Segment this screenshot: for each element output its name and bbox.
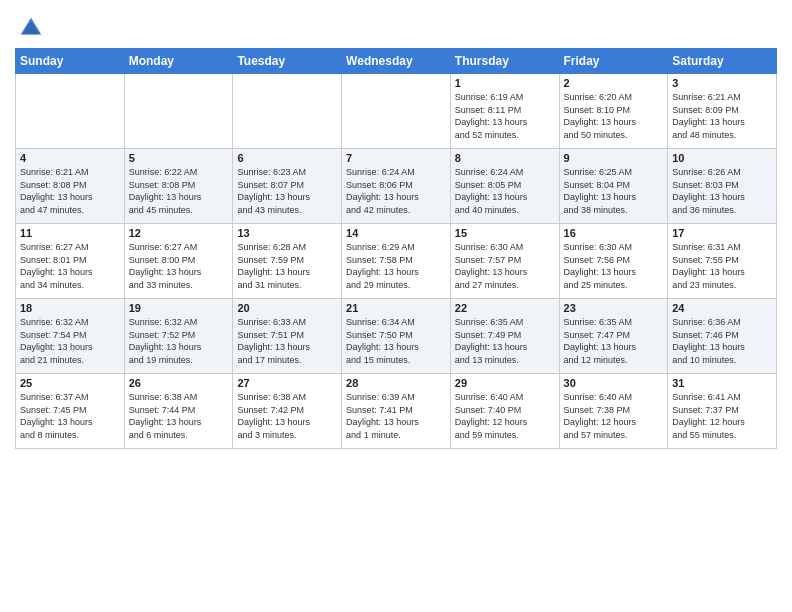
day-info: Sunrise: 6:29 AM Sunset: 7:58 PM Dayligh… xyxy=(346,241,446,291)
day-info: Sunrise: 6:40 AM Sunset: 7:38 PM Dayligh… xyxy=(564,391,664,441)
calendar-cell: 7Sunrise: 6:24 AM Sunset: 8:06 PM Daylig… xyxy=(342,149,451,224)
day-info: Sunrise: 6:38 AM Sunset: 7:44 PM Dayligh… xyxy=(129,391,229,441)
day-number: 17 xyxy=(672,227,772,239)
day-number: 19 xyxy=(129,302,229,314)
day-number: 18 xyxy=(20,302,120,314)
day-info: Sunrise: 6:39 AM Sunset: 7:41 PM Dayligh… xyxy=(346,391,446,441)
day-info: Sunrise: 6:30 AM Sunset: 7:57 PM Dayligh… xyxy=(455,241,555,291)
day-number: 2 xyxy=(564,77,664,89)
day-number: 14 xyxy=(346,227,446,239)
calendar-cell: 19Sunrise: 6:32 AM Sunset: 7:52 PM Dayli… xyxy=(124,299,233,374)
day-number: 12 xyxy=(129,227,229,239)
day-number: 8 xyxy=(455,152,555,164)
day-info: Sunrise: 6:24 AM Sunset: 8:05 PM Dayligh… xyxy=(455,166,555,216)
day-info: Sunrise: 6:27 AM Sunset: 8:00 PM Dayligh… xyxy=(129,241,229,291)
day-info: Sunrise: 6:33 AM Sunset: 7:51 PM Dayligh… xyxy=(237,316,337,366)
weekday-header-monday: Monday xyxy=(124,49,233,74)
weekday-header-friday: Friday xyxy=(559,49,668,74)
day-info: Sunrise: 6:24 AM Sunset: 8:06 PM Dayligh… xyxy=(346,166,446,216)
calendar-cell: 8Sunrise: 6:24 AM Sunset: 8:05 PM Daylig… xyxy=(450,149,559,224)
calendar-cell: 16Sunrise: 6:30 AM Sunset: 7:56 PM Dayli… xyxy=(559,224,668,299)
calendar-week-row: 11Sunrise: 6:27 AM Sunset: 8:01 PM Dayli… xyxy=(16,224,777,299)
day-info: Sunrise: 6:34 AM Sunset: 7:50 PM Dayligh… xyxy=(346,316,446,366)
calendar-cell: 2Sunrise: 6:20 AM Sunset: 8:10 PM Daylig… xyxy=(559,74,668,149)
day-info: Sunrise: 6:31 AM Sunset: 7:55 PM Dayligh… xyxy=(672,241,772,291)
day-number: 24 xyxy=(672,302,772,314)
day-number: 6 xyxy=(237,152,337,164)
day-info: Sunrise: 6:30 AM Sunset: 7:56 PM Dayligh… xyxy=(564,241,664,291)
day-info: Sunrise: 6:19 AM Sunset: 8:11 PM Dayligh… xyxy=(455,91,555,141)
logo-icon xyxy=(17,14,45,42)
day-number: 28 xyxy=(346,377,446,389)
day-number: 7 xyxy=(346,152,446,164)
day-number: 15 xyxy=(455,227,555,239)
weekday-header-saturday: Saturday xyxy=(668,49,777,74)
day-info: Sunrise: 6:37 AM Sunset: 7:45 PM Dayligh… xyxy=(20,391,120,441)
calendar-cell: 29Sunrise: 6:40 AM Sunset: 7:40 PM Dayli… xyxy=(450,374,559,449)
day-number: 10 xyxy=(672,152,772,164)
weekday-header-tuesday: Tuesday xyxy=(233,49,342,74)
calendar-cell: 26Sunrise: 6:38 AM Sunset: 7:44 PM Dayli… xyxy=(124,374,233,449)
calendar-cell: 4Sunrise: 6:21 AM Sunset: 8:08 PM Daylig… xyxy=(16,149,125,224)
calendar-week-row: 4Sunrise: 6:21 AM Sunset: 8:08 PM Daylig… xyxy=(16,149,777,224)
day-info: Sunrise: 6:25 AM Sunset: 8:04 PM Dayligh… xyxy=(564,166,664,216)
day-info: Sunrise: 6:28 AM Sunset: 7:59 PM Dayligh… xyxy=(237,241,337,291)
day-info: Sunrise: 6:38 AM Sunset: 7:42 PM Dayligh… xyxy=(237,391,337,441)
calendar-cell: 24Sunrise: 6:36 AM Sunset: 7:46 PM Dayli… xyxy=(668,299,777,374)
day-number: 29 xyxy=(455,377,555,389)
day-number: 16 xyxy=(564,227,664,239)
calendar-cell: 28Sunrise: 6:39 AM Sunset: 7:41 PM Dayli… xyxy=(342,374,451,449)
header xyxy=(15,10,777,42)
calendar-week-row: 25Sunrise: 6:37 AM Sunset: 7:45 PM Dayli… xyxy=(16,374,777,449)
day-info: Sunrise: 6:35 AM Sunset: 7:49 PM Dayligh… xyxy=(455,316,555,366)
weekday-header-sunday: Sunday xyxy=(16,49,125,74)
calendar-header-row: SundayMondayTuesdayWednesdayThursdayFrid… xyxy=(16,49,777,74)
day-info: Sunrise: 6:36 AM Sunset: 7:46 PM Dayligh… xyxy=(672,316,772,366)
calendar-cell: 11Sunrise: 6:27 AM Sunset: 8:01 PM Dayli… xyxy=(16,224,125,299)
day-info: Sunrise: 6:20 AM Sunset: 8:10 PM Dayligh… xyxy=(564,91,664,141)
day-number: 23 xyxy=(564,302,664,314)
calendar-cell: 13Sunrise: 6:28 AM Sunset: 7:59 PM Dayli… xyxy=(233,224,342,299)
calendar-cell: 27Sunrise: 6:38 AM Sunset: 7:42 PM Dayli… xyxy=(233,374,342,449)
day-info: Sunrise: 6:22 AM Sunset: 8:08 PM Dayligh… xyxy=(129,166,229,216)
day-number: 4 xyxy=(20,152,120,164)
day-info: Sunrise: 6:23 AM Sunset: 8:07 PM Dayligh… xyxy=(237,166,337,216)
calendar-week-row: 1Sunrise: 6:19 AM Sunset: 8:11 PM Daylig… xyxy=(16,74,777,149)
calendar-cell: 21Sunrise: 6:34 AM Sunset: 7:50 PM Dayli… xyxy=(342,299,451,374)
page-container: SundayMondayTuesdayWednesdayThursdayFrid… xyxy=(0,0,792,454)
day-number: 31 xyxy=(672,377,772,389)
logo xyxy=(15,14,45,42)
day-number: 26 xyxy=(129,377,229,389)
day-number: 9 xyxy=(564,152,664,164)
calendar-cell: 25Sunrise: 6:37 AM Sunset: 7:45 PM Dayli… xyxy=(16,374,125,449)
day-info: Sunrise: 6:21 AM Sunset: 8:09 PM Dayligh… xyxy=(672,91,772,141)
weekday-header-wednesday: Wednesday xyxy=(342,49,451,74)
calendar-cell: 1Sunrise: 6:19 AM Sunset: 8:11 PM Daylig… xyxy=(450,74,559,149)
calendar-cell: 12Sunrise: 6:27 AM Sunset: 8:00 PM Dayli… xyxy=(124,224,233,299)
calendar-cell: 30Sunrise: 6:40 AM Sunset: 7:38 PM Dayli… xyxy=(559,374,668,449)
day-number: 30 xyxy=(564,377,664,389)
day-number: 11 xyxy=(20,227,120,239)
day-info: Sunrise: 6:32 AM Sunset: 7:54 PM Dayligh… xyxy=(20,316,120,366)
day-info: Sunrise: 6:35 AM Sunset: 7:47 PM Dayligh… xyxy=(564,316,664,366)
calendar-cell: 17Sunrise: 6:31 AM Sunset: 7:55 PM Dayli… xyxy=(668,224,777,299)
day-info: Sunrise: 6:40 AM Sunset: 7:40 PM Dayligh… xyxy=(455,391,555,441)
day-number: 21 xyxy=(346,302,446,314)
day-number: 25 xyxy=(20,377,120,389)
calendar-week-row: 18Sunrise: 6:32 AM Sunset: 7:54 PM Dayli… xyxy=(16,299,777,374)
day-info: Sunrise: 6:21 AM Sunset: 8:08 PM Dayligh… xyxy=(20,166,120,216)
day-number: 20 xyxy=(237,302,337,314)
day-info: Sunrise: 6:41 AM Sunset: 7:37 PM Dayligh… xyxy=(672,391,772,441)
calendar-cell: 14Sunrise: 6:29 AM Sunset: 7:58 PM Dayli… xyxy=(342,224,451,299)
calendar-cell: 6Sunrise: 6:23 AM Sunset: 8:07 PM Daylig… xyxy=(233,149,342,224)
calendar-cell: 5Sunrise: 6:22 AM Sunset: 8:08 PM Daylig… xyxy=(124,149,233,224)
day-number: 27 xyxy=(237,377,337,389)
calendar-cell: 18Sunrise: 6:32 AM Sunset: 7:54 PM Dayli… xyxy=(16,299,125,374)
day-info: Sunrise: 6:26 AM Sunset: 8:03 PM Dayligh… xyxy=(672,166,772,216)
calendar-cell: 15Sunrise: 6:30 AM Sunset: 7:57 PM Dayli… xyxy=(450,224,559,299)
calendar-cell: 3Sunrise: 6:21 AM Sunset: 8:09 PM Daylig… xyxy=(668,74,777,149)
calendar-cell: 20Sunrise: 6:33 AM Sunset: 7:51 PM Dayli… xyxy=(233,299,342,374)
day-info: Sunrise: 6:27 AM Sunset: 8:01 PM Dayligh… xyxy=(20,241,120,291)
calendar-cell xyxy=(233,74,342,149)
calendar-cell: 10Sunrise: 6:26 AM Sunset: 8:03 PM Dayli… xyxy=(668,149,777,224)
